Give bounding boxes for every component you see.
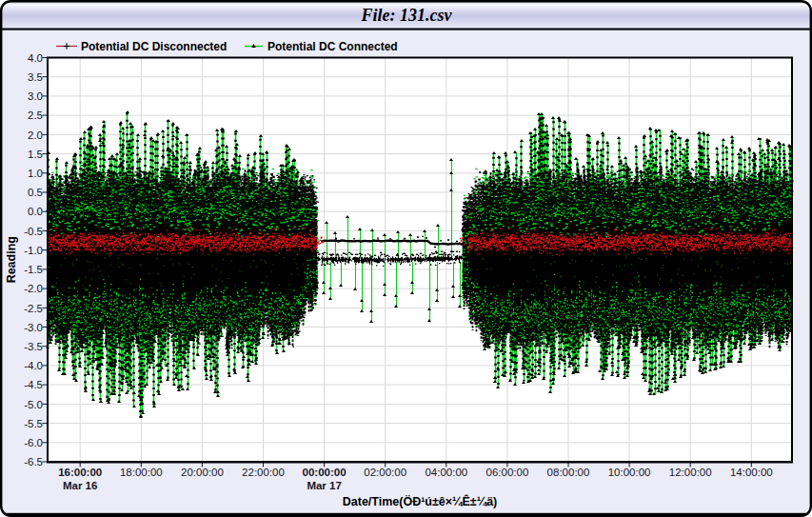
svg-text:02:00:00: 02:00:00 [364,467,406,478]
svg-text:1.0: 1.0 [28,168,43,179]
svg-text:Potential DC Connected: Potential DC Connected [267,40,398,53]
svg-text:File: 131.csv: File: 131.csv [361,6,453,25]
svg-text:Date/Time(ÖÐ¹ú±ê×¼Ê±¼ä): Date/Time(ÖÐ¹ú±ê×¼Ê±¼ä) [343,494,498,508]
svg-text:-3.0: -3.0 [24,322,43,333]
svg-text:04:00:00: 04:00:00 [425,467,467,478]
svg-text:Reading: Reading [5,236,18,283]
svg-text:0.0: 0.0 [28,206,43,217]
svg-text:3.0: 3.0 [28,90,43,102]
svg-text:08:00:00: 08:00:00 [547,467,590,478]
svg-text:-4.0: -4.0 [24,360,43,371]
svg-text:4.0: 4.0 [28,52,43,64]
svg-text:Mar 16: Mar 16 [63,480,97,491]
svg-text:2.0: 2.0 [28,129,43,141]
svg-text:Mar 17: Mar 17 [307,480,341,491]
svg-text:Potential DC Disconnected: Potential DC Disconnected [81,40,227,53]
svg-text:-4.5: -4.5 [24,379,43,390]
svg-text:00:00:00: 00:00:00 [303,467,347,478]
svg-text:22:00:00: 22:00:00 [242,467,285,478]
svg-text:-1.5: -1.5 [24,264,43,275]
svg-text:-2.0: -2.0 [24,283,43,294]
svg-text:06:00:00: 06:00:00 [486,467,529,478]
svg-text:3.5: 3.5 [28,71,43,83]
svg-text:-2.5: -2.5 [24,303,43,314]
svg-text:-5.5: -5.5 [24,418,43,429]
svg-text:12:00:00: 12:00:00 [669,467,712,478]
svg-text:20:00:00: 20:00:00 [181,467,224,478]
svg-text:0.5: 0.5 [28,187,43,198]
svg-text:18:00:00: 18:00:00 [120,467,163,478]
svg-text:10:00:00: 10:00:00 [608,467,651,478]
svg-text:14:00:00: 14:00:00 [730,467,773,478]
svg-text:16:00:00: 16:00:00 [58,467,102,478]
svg-text:-5.0: -5.0 [24,399,43,410]
svg-text:2.5: 2.5 [28,109,43,121]
svg-text:-6.5: -6.5 [24,456,43,467]
svg-text:1.5: 1.5 [28,149,43,160]
svg-text:-1.0: -1.0 [24,245,43,256]
svg-text:-6.0: -6.0 [24,437,43,448]
svg-text:-0.5: -0.5 [24,226,43,237]
svg-text:-3.5: -3.5 [24,341,43,352]
